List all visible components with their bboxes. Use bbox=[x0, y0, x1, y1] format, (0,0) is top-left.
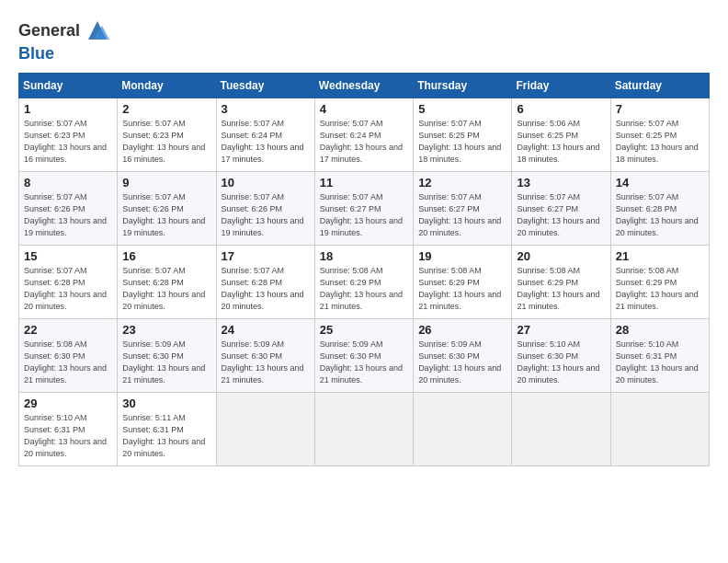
day-number: 11 bbox=[320, 176, 409, 190]
cell-info: Sunrise: 5:09 AMSunset: 6:30 PMDaylight:… bbox=[222, 339, 311, 386]
cell-info: Sunrise: 5:08 AMSunset: 6:29 PMDaylight:… bbox=[517, 265, 606, 313]
logo-general: General bbox=[18, 21, 80, 40]
day-number: 4 bbox=[320, 102, 409, 116]
calendar-cell bbox=[314, 393, 413, 466]
calendar-cell: 5Sunrise: 5:07 AMSunset: 6:25 PMDaylight… bbox=[414, 98, 512, 172]
day-number: 17 bbox=[222, 249, 311, 263]
cell-info: Sunrise: 5:10 AMSunset: 6:31 PMDaylight:… bbox=[24, 412, 113, 460]
calendar-cell bbox=[216, 393, 314, 466]
cell-info: Sunrise: 5:08 AMSunset: 6:29 PMDaylight:… bbox=[616, 265, 705, 313]
cell-info: Sunrise: 5:11 AMSunset: 6:31 PMDaylight:… bbox=[122, 412, 211, 460]
weekday-header-cell: Monday bbox=[118, 74, 216, 98]
calendar-cell: 10Sunrise: 5:07 AMSunset: 6:26 PMDayligh… bbox=[216, 172, 314, 246]
calendar-cell: 1Sunrise: 5:07 AMSunset: 6:23 PMDaylight… bbox=[19, 98, 118, 172]
cell-info: Sunrise: 5:08 AMSunset: 6:29 PMDaylight:… bbox=[418, 265, 507, 313]
day-number: 26 bbox=[418, 323, 507, 337]
header: General Blue bbox=[18, 17, 710, 63]
calendar-cell: 8Sunrise: 5:07 AMSunset: 6:26 PMDaylight… bbox=[19, 172, 118, 246]
calendar-week-row: 29Sunrise: 5:10 AMSunset: 6:31 PMDayligh… bbox=[19, 393, 710, 466]
weekday-header-cell: Wednesday bbox=[314, 74, 413, 98]
day-number: 6 bbox=[517, 102, 606, 116]
day-number: 14 bbox=[616, 176, 705, 190]
day-number: 24 bbox=[222, 323, 311, 337]
cell-info: Sunrise: 5:07 AMSunset: 6:26 PMDaylight:… bbox=[222, 191, 311, 239]
calendar-cell: 23Sunrise: 5:09 AMSunset: 6:30 PMDayligh… bbox=[118, 319, 216, 393]
cell-info: Sunrise: 5:10 AMSunset: 6:31 PMDaylight:… bbox=[616, 339, 705, 386]
day-number: 23 bbox=[122, 323, 211, 337]
calendar-cell: 22Sunrise: 5:08 AMSunset: 6:30 PMDayligh… bbox=[19, 319, 118, 393]
calendar-cell: 18Sunrise: 5:08 AMSunset: 6:29 PMDayligh… bbox=[314, 246, 413, 319]
page: General Blue SundayMondayTuesdayWednesda… bbox=[0, 0, 728, 476]
cell-info: Sunrise: 5:07 AMSunset: 6:24 PMDaylight:… bbox=[222, 118, 311, 166]
cell-info: Sunrise: 5:06 AMSunset: 6:25 PMDaylight:… bbox=[517, 118, 606, 166]
cell-info: Sunrise: 5:09 AMSunset: 6:30 PMDaylight:… bbox=[122, 339, 211, 386]
calendar-cell: 28Sunrise: 5:10 AMSunset: 6:31 PMDayligh… bbox=[610, 319, 709, 393]
day-number: 18 bbox=[320, 249, 409, 263]
calendar-cell: 17Sunrise: 5:07 AMSunset: 6:28 PMDayligh… bbox=[216, 246, 314, 319]
day-number: 28 bbox=[616, 323, 705, 337]
cell-info: Sunrise: 5:07 AMSunset: 6:28 PMDaylight:… bbox=[222, 265, 311, 313]
cell-info: Sunrise: 5:10 AMSunset: 6:30 PMDaylight:… bbox=[517, 339, 606, 386]
day-number: 19 bbox=[418, 249, 507, 263]
calendar-cell: 9Sunrise: 5:07 AMSunset: 6:26 PMDaylight… bbox=[118, 172, 216, 246]
calendar-cell: 20Sunrise: 5:08 AMSunset: 6:29 PMDayligh… bbox=[512, 246, 610, 319]
day-number: 1 bbox=[24, 102, 113, 116]
cell-info: Sunrise: 5:07 AMSunset: 6:27 PMDaylight:… bbox=[517, 191, 606, 239]
calendar-cell: 24Sunrise: 5:09 AMSunset: 6:30 PMDayligh… bbox=[216, 319, 314, 393]
calendar-cell: 11Sunrise: 5:07 AMSunset: 6:27 PMDayligh… bbox=[314, 172, 413, 246]
calendar-cell: 16Sunrise: 5:07 AMSunset: 6:28 PMDayligh… bbox=[118, 246, 216, 319]
logo-blue: Blue bbox=[18, 44, 54, 63]
calendar-cell: 7Sunrise: 5:07 AMSunset: 6:25 PMDaylight… bbox=[610, 98, 709, 172]
cell-info: Sunrise: 5:09 AMSunset: 6:30 PMDaylight:… bbox=[418, 339, 507, 386]
calendar-week-row: 1Sunrise: 5:07 AMSunset: 6:23 PMDaylight… bbox=[19, 98, 710, 172]
cell-info: Sunrise: 5:07 AMSunset: 6:23 PMDaylight:… bbox=[122, 118, 211, 166]
logo: General Blue bbox=[18, 17, 111, 63]
cell-info: Sunrise: 5:07 AMSunset: 6:28 PMDaylight:… bbox=[24, 265, 113, 313]
day-number: 15 bbox=[24, 249, 113, 263]
cell-info: Sunrise: 5:07 AMSunset: 6:23 PMDaylight:… bbox=[24, 118, 113, 166]
cell-info: Sunrise: 5:07 AMSunset: 6:26 PMDaylight:… bbox=[24, 191, 113, 239]
cell-info: Sunrise: 5:07 AMSunset: 6:26 PMDaylight:… bbox=[122, 191, 211, 239]
calendar-cell: 14Sunrise: 5:07 AMSunset: 6:28 PMDayligh… bbox=[610, 172, 709, 246]
cell-info: Sunrise: 5:07 AMSunset: 6:24 PMDaylight:… bbox=[320, 118, 409, 166]
day-number: 3 bbox=[222, 102, 311, 116]
cell-info: Sunrise: 5:07 AMSunset: 6:27 PMDaylight:… bbox=[418, 191, 507, 239]
calendar-week-row: 22Sunrise: 5:08 AMSunset: 6:30 PMDayligh… bbox=[19, 319, 710, 393]
calendar-week-row: 8Sunrise: 5:07 AMSunset: 6:26 PMDaylight… bbox=[19, 172, 710, 246]
calendar-cell: 19Sunrise: 5:08 AMSunset: 6:29 PMDayligh… bbox=[414, 246, 512, 319]
calendar-cell: 25Sunrise: 5:09 AMSunset: 6:30 PMDayligh… bbox=[314, 319, 413, 393]
day-number: 8 bbox=[24, 176, 113, 190]
calendar-cell: 3Sunrise: 5:07 AMSunset: 6:24 PMDaylight… bbox=[216, 98, 314, 172]
calendar-cell: 2Sunrise: 5:07 AMSunset: 6:23 PMDaylight… bbox=[118, 98, 216, 172]
calendar-week-row: 15Sunrise: 5:07 AMSunset: 6:28 PMDayligh… bbox=[19, 246, 710, 319]
day-number: 13 bbox=[517, 176, 606, 190]
cell-info: Sunrise: 5:08 AMSunset: 6:30 PMDaylight:… bbox=[24, 339, 113, 386]
weekday-header-cell: Friday bbox=[512, 74, 610, 98]
day-number: 2 bbox=[122, 102, 211, 116]
day-number: 7 bbox=[616, 102, 705, 116]
logo-icon bbox=[84, 17, 111, 44]
day-number: 9 bbox=[122, 176, 211, 190]
calendar-cell bbox=[610, 393, 709, 466]
calendar-cell: 30Sunrise: 5:11 AMSunset: 6:31 PMDayligh… bbox=[118, 393, 216, 466]
cell-info: Sunrise: 5:07 AMSunset: 6:27 PMDaylight:… bbox=[320, 191, 409, 239]
cell-info: Sunrise: 5:07 AMSunset: 6:28 PMDaylight:… bbox=[122, 265, 211, 313]
calendar-cell bbox=[414, 393, 512, 466]
day-number: 12 bbox=[418, 176, 507, 190]
calendar-cell: 4Sunrise: 5:07 AMSunset: 6:24 PMDaylight… bbox=[314, 98, 413, 172]
calendar-cell: 12Sunrise: 5:07 AMSunset: 6:27 PMDayligh… bbox=[414, 172, 512, 246]
calendar-cell: 26Sunrise: 5:09 AMSunset: 6:30 PMDayligh… bbox=[414, 319, 512, 393]
cell-info: Sunrise: 5:07 AMSunset: 6:25 PMDaylight:… bbox=[418, 118, 507, 166]
day-number: 20 bbox=[517, 249, 606, 263]
weekday-header-cell: Thursday bbox=[414, 74, 512, 98]
calendar-cell: 13Sunrise: 5:07 AMSunset: 6:27 PMDayligh… bbox=[512, 172, 610, 246]
calendar-cell: 15Sunrise: 5:07 AMSunset: 6:28 PMDayligh… bbox=[19, 246, 118, 319]
calendar-table: SundayMondayTuesdayWednesdayThursdayFrid… bbox=[18, 73, 710, 466]
cell-info: Sunrise: 5:07 AMSunset: 6:28 PMDaylight:… bbox=[616, 191, 705, 239]
weekday-header-cell: Saturday bbox=[610, 74, 709, 98]
day-number: 21 bbox=[616, 249, 705, 263]
day-number: 30 bbox=[122, 396, 211, 410]
calendar-cell: 29Sunrise: 5:10 AMSunset: 6:31 PMDayligh… bbox=[19, 393, 118, 466]
day-number: 25 bbox=[320, 323, 409, 337]
weekday-header-row: SundayMondayTuesdayWednesdayThursdayFrid… bbox=[19, 74, 710, 98]
